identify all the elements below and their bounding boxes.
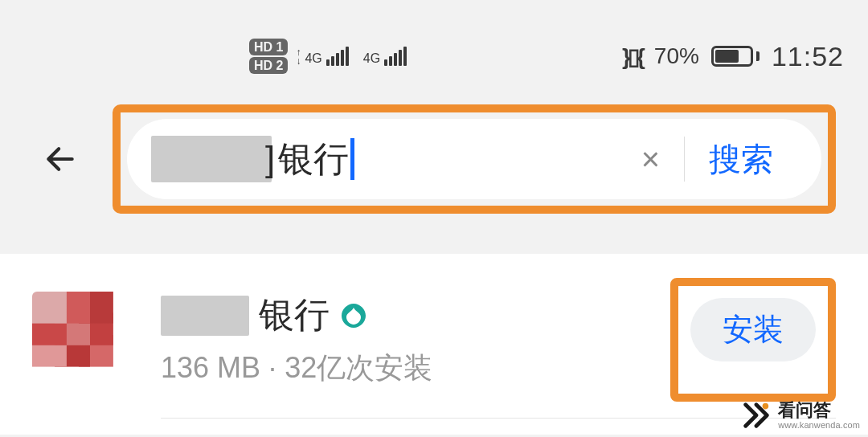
app-meta: 136 MB · 32亿次安装 — [161, 349, 646, 388]
signal-2: 4G — [363, 47, 407, 66]
search-partial-char: ] — [265, 139, 275, 179]
svg-point-0 — [763, 403, 769, 410]
vibrate-icon: }▯{ — [622, 43, 642, 70]
watermark: 看问答 www.kanwenda.com — [741, 400, 860, 431]
search-result-card: 银行 136 MB · 32亿次安装 安装 — [0, 254, 868, 435]
result-row[interactable]: 银行 136 MB · 32亿次安装 安装 — [32, 278, 836, 402]
hd-badges: HD 1 HD 2 — [249, 39, 288, 74]
search-input-text[interactable]: 银行 — [278, 136, 349, 183]
signal-1: ↑↓ 4G — [296, 47, 348, 66]
app-icon — [32, 292, 137, 388]
watermark-logo-icon — [741, 400, 772, 431]
clear-icon[interactable]: × — [617, 141, 684, 178]
text-cursor — [350, 138, 354, 180]
status-bar: HD 1 HD 2 ↑↓ 4G 4G }▯{ 70% 11:52 — [0, 32, 868, 80]
install-button[interactable]: 安装 — [690, 298, 816, 361]
censored-app-name-prefix — [161, 296, 249, 336]
annotation-highlight-install: 安装 — [670, 278, 836, 402]
battery-icon — [711, 46, 760, 67]
censored-text — [151, 136, 272, 182]
watermark-title: 看问答 — [778, 401, 860, 420]
battery-percent: 70% — [654, 43, 699, 69]
search-submit-button[interactable]: 搜索 — [685, 137, 797, 182]
verified-icon — [339, 301, 368, 330]
arrow-left-icon — [43, 141, 78, 177]
hd2-badge: HD 2 — [249, 57, 288, 74]
watermark-url: www.kanwenda.com — [778, 420, 860, 430]
search-bar[interactable]: ] 银行 × 搜索 — [127, 119, 821, 199]
annotation-highlight-search: ] 银行 × 搜索 — [113, 104, 836, 214]
hd1-badge: HD 1 — [249, 39, 288, 55]
divider — [161, 418, 836, 419]
clock: 11:52 — [772, 41, 844, 72]
app-name-suffix: 银行 — [259, 292, 330, 339]
back-button[interactable] — [32, 131, 88, 187]
